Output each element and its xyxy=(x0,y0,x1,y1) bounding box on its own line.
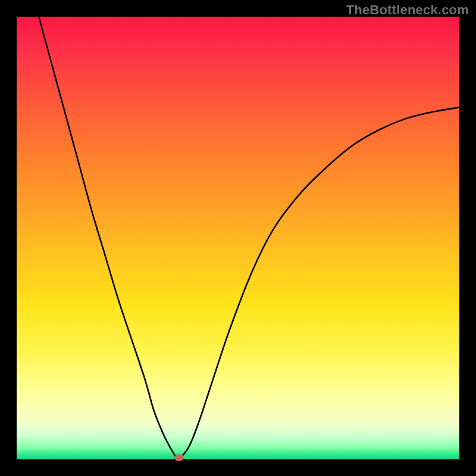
plot-area xyxy=(17,17,459,459)
watermark-text: TheBottleneck.com xyxy=(346,2,469,18)
chart-frame: TheBottleneck.com xyxy=(0,0,476,476)
bottleneck-curve xyxy=(39,17,459,458)
minimum-marker xyxy=(174,454,184,461)
curve-svg xyxy=(17,17,459,459)
